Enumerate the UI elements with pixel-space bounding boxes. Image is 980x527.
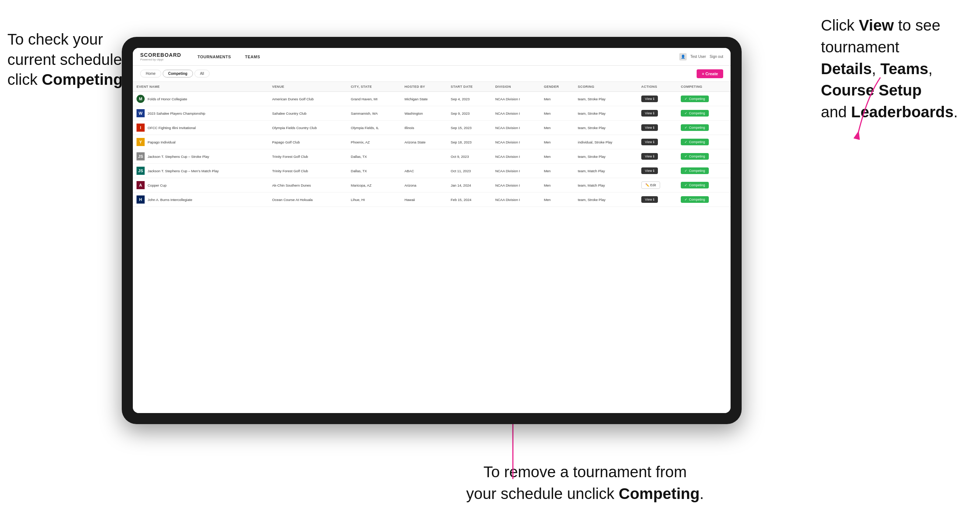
- cell-city-state: Lihue, HI: [347, 192, 401, 207]
- tournaments-table: EVENT NAME VENUE CITY, STATE HOSTED BY S…: [133, 82, 730, 207]
- filter-competing-button[interactable]: Competing: [163, 70, 193, 78]
- event-name-cell: HJohn A. Burns Intercollegiate: [133, 192, 269, 207]
- cell-scoring: team, Match Play: [574, 178, 638, 192]
- competing-button[interactable]: ✓ Competing: [681, 153, 709, 160]
- col-actions: ACTIONS: [638, 82, 677, 92]
- cell-competing[interactable]: ✓ Competing: [677, 149, 730, 164]
- cell-gender: Men: [540, 164, 574, 178]
- cell-start-date: Sep 4, 2023: [447, 92, 492, 106]
- cell-city-state: Dallas, TX: [347, 149, 401, 164]
- col-start-date: START DATE: [447, 82, 492, 92]
- annotation-left: To check your current schedule, click Co…: [7, 30, 133, 90]
- nav-user-area: 👤 Test User Sign out: [679, 53, 723, 60]
- table-row: IOFCC Fighting Illini InvitationalOlympi…: [133, 121, 730, 135]
- cell-hosted-by: Arizona State: [401, 135, 447, 149]
- team-logo: I: [137, 124, 145, 132]
- competing-button[interactable]: ✓ Competing: [681, 95, 709, 102]
- create-button[interactable]: + Create: [697, 69, 723, 78]
- edit-button[interactable]: ✏️ Edit: [641, 181, 660, 189]
- competing-button[interactable]: ✓ Competing: [681, 110, 709, 116]
- event-name-cell: YPapago Individual: [133, 135, 269, 149]
- cell-actions[interactable]: View ℹ: [638, 149, 677, 164]
- view-button[interactable]: View ℹ: [641, 167, 658, 174]
- cell-scoring: team, Stroke Play: [574, 121, 638, 135]
- nav-teams[interactable]: TEAMS: [243, 55, 262, 59]
- cell-venue: American Dunes Golf Club: [269, 92, 347, 106]
- view-button[interactable]: View ℹ: [641, 139, 658, 145]
- annotation-bottom: To remove a tournament fromyour schedule…: [466, 461, 704, 505]
- cell-hosted-by: Hawaii: [401, 192, 447, 207]
- cell-competing[interactable]: ✓ Competing: [677, 192, 730, 207]
- cell-scoring: team, Stroke Play: [574, 149, 638, 164]
- team-logo: W: [137, 109, 145, 117]
- sign-out-link[interactable]: Sign out: [710, 55, 723, 59]
- event-name-cell: JSJackson T. Stephens Cup – Stroke Play: [133, 149, 269, 164]
- filter-home-button[interactable]: Home: [140, 70, 161, 78]
- cell-gender: Men: [540, 121, 574, 135]
- cell-city-state: Olympia Fields, IL: [347, 121, 401, 135]
- competing-button[interactable]: ✓ Competing: [681, 196, 709, 203]
- team-logo: A: [137, 181, 145, 189]
- cell-actions[interactable]: View ℹ: [638, 192, 677, 207]
- cell-actions[interactable]: View ℹ: [638, 135, 677, 149]
- team-logo: Y: [137, 138, 145, 146]
- event-name-cell: IOFCC Fighting Illini Invitational: [133, 121, 269, 135]
- cell-start-date: Feb 15, 2024: [447, 192, 492, 207]
- table-row: JSJackson T. Stephens Cup – Stroke PlayT…: [133, 149, 730, 164]
- competing-button[interactable]: ✓ Competing: [681, 139, 709, 145]
- cell-actions[interactable]: View ℹ: [638, 92, 677, 106]
- cell-competing[interactable]: ✓ Competing: [677, 92, 730, 106]
- col-hosted-by: HOSTED BY: [401, 82, 447, 92]
- team-logo: M: [137, 95, 145, 103]
- competing-button[interactable]: ✓ Competing: [681, 124, 709, 131]
- competing-button[interactable]: ✓ Competing: [681, 182, 709, 189]
- cell-competing[interactable]: ✓ Competing: [677, 178, 730, 192]
- cell-venue: Olympia Fields Country Club: [269, 121, 347, 135]
- cell-gender: Men: [540, 135, 574, 149]
- view-button[interactable]: View ℹ: [641, 95, 658, 102]
- cell-scoring: team, Match Play: [574, 164, 638, 178]
- cell-hosted-by: Arizona: [401, 178, 447, 192]
- cell-scoring: team, Stroke Play: [574, 192, 638, 207]
- cell-hosted-by: [401, 149, 447, 164]
- table-header-row: EVENT NAME VENUE CITY, STATE HOSTED BY S…: [133, 82, 730, 92]
- table-row: W2023 Sahalee Players ChampionshipSahale…: [133, 106, 730, 121]
- view-button[interactable]: View ℹ: [641, 110, 658, 116]
- cell-competing[interactable]: ✓ Competing: [677, 164, 730, 178]
- view-button[interactable]: View ℹ: [641, 153, 658, 160]
- event-name: Copper Cup: [148, 183, 166, 187]
- competing-button[interactable]: ✓ Competing: [681, 167, 709, 174]
- cell-division: NCAA Division I: [492, 135, 540, 149]
- event-name-cell: JSJackson T. Stephens Cup – Men's Match …: [133, 164, 269, 178]
- filter-all-button[interactable]: All: [194, 70, 210, 78]
- cell-venue: Ak-Chin Southern Dunes: [269, 178, 347, 192]
- cell-actions[interactable]: ✏️ Edit: [638, 178, 677, 192]
- cell-venue: Ocean Course At Hokuala: [269, 192, 347, 207]
- nav-tournaments[interactable]: TOURNAMENTS: [196, 55, 232, 59]
- cell-city-state: Maricopa, AZ: [347, 178, 401, 192]
- cell-scoring: team, Stroke Play: [574, 106, 638, 121]
- cell-start-date: Sep 15, 2023: [447, 121, 492, 135]
- cell-competing[interactable]: ✓ Competing: [677, 121, 730, 135]
- view-button[interactable]: View ℹ: [641, 124, 658, 131]
- cell-start-date: Sep 9, 2023: [447, 106, 492, 121]
- cell-venue: Papago Golf Club: [269, 135, 347, 149]
- table-row: YPapago IndividualPapago Golf ClubPhoeni…: [133, 135, 730, 149]
- cell-actions[interactable]: View ℹ: [638, 106, 677, 121]
- cell-division: NCAA Division I: [492, 164, 540, 178]
- brand: SCOREBOARD Powered by clippi: [140, 52, 181, 61]
- cell-competing[interactable]: ✓ Competing: [677, 135, 730, 149]
- event-name: Jackson T. Stephens Cup – Men's Match Pl…: [148, 169, 219, 173]
- cell-gender: Men: [540, 178, 574, 192]
- cell-venue: Trinity Forest Golf Club: [269, 164, 347, 178]
- cell-city-state: Phoenix, AZ: [347, 135, 401, 149]
- cell-division: NCAA Division I: [492, 92, 540, 106]
- cell-gender: Men: [540, 149, 574, 164]
- cell-competing[interactable]: ✓ Competing: [677, 106, 730, 121]
- view-button[interactable]: View ℹ: [641, 196, 658, 203]
- tablet-screen: SCOREBOARD Powered by clippi TOURNAMENTS…: [133, 48, 730, 413]
- cell-city-state: Grand Haven, MI: [347, 92, 401, 106]
- cell-actions[interactable]: View ℹ: [638, 164, 677, 178]
- cell-start-date: Jan 14, 2024: [447, 178, 492, 192]
- cell-actions[interactable]: View ℹ: [638, 121, 677, 135]
